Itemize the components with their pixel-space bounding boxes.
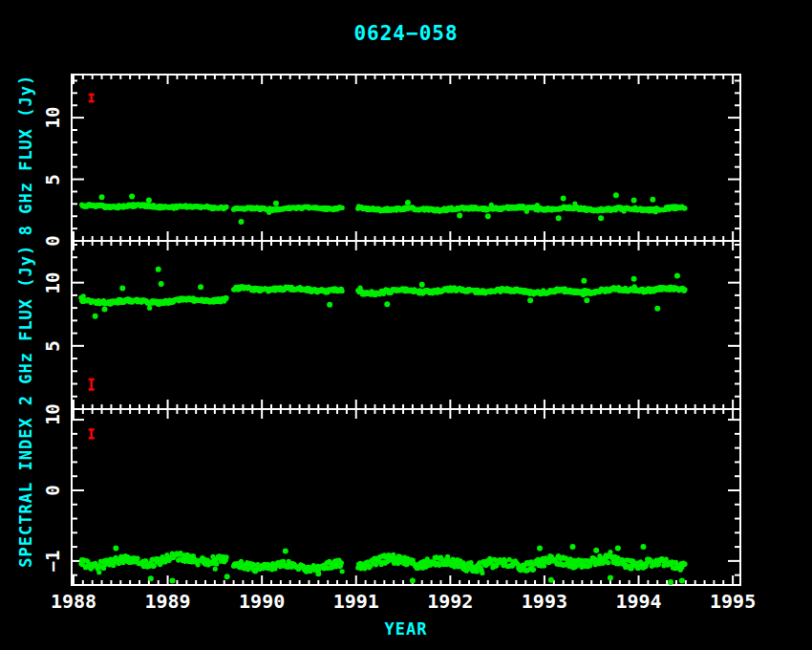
x-axis-label: YEAR	[0, 619, 812, 639]
light-curve-figure: 0624−058 8 GHz FLUX (Jy) 2 GHz FLUX (Jy)…	[0, 0, 812, 650]
plot-canvas	[0, 0, 812, 650]
plot-title: 0624−058	[0, 22, 812, 45]
